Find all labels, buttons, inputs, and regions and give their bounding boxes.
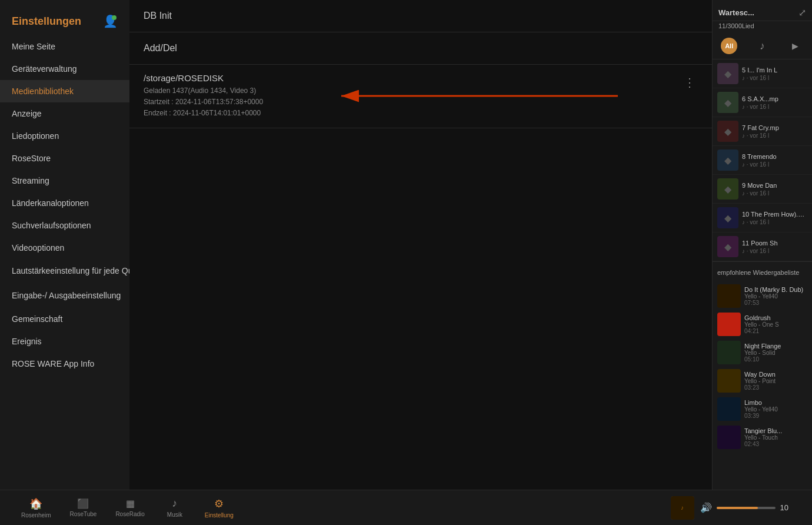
add-del-section[interactable]: Add/Del (129, 32, 712, 65)
rec-duration-2: 05:10 (744, 356, 807, 363)
nav-label-roseradio: RoseRadio (115, 511, 144, 517)
sidebar-item-eingabe-ausgabe[interactable]: Eingabe-/ Ausgabeeinstellung (0, 284, 129, 308)
volume-slider[interactable] (717, 507, 776, 509)
music-note-icon: ♪ (760, 40, 765, 52)
song-info-8: 8 Tremendo ♪ · vor 16 l (742, 153, 807, 168)
nav-item-rosenheim[interactable]: 🏠 Rosenheim (12, 494, 61, 522)
sidebar-item-medienbibliothek[interactable]: Medienbibliothek (0, 80, 129, 102)
rec-duration-5: 02:43 (744, 441, 807, 447)
sidebar-item-geraeteverwaltung[interactable]: Geräteverwaltung (0, 58, 129, 80)
sidebar-item-suchverlaufsoptionen[interactable]: Suchverlaufsoptionen (0, 214, 129, 237)
storage-item[interactable]: /storage/ROSEDISK Geladen 1437(Audio 143… (129, 65, 712, 128)
nav-item-roseradio[interactable]: ▦ RoseRadio (106, 494, 154, 521)
sidebar-item-streaming[interactable]: Streaming (0, 170, 129, 192)
queue-tab-music[interactable]: ♪ (746, 33, 778, 59)
rec-duration-0: 07:53 (744, 300, 807, 306)
volume-fill (717, 507, 758, 509)
song-title-7: 7 Fat Cry.mp (742, 124, 807, 131)
song-item-9[interactable]: ◆ 9 Move Dan ♪ · vor 16 l (713, 175, 812, 204)
song-info-11: 11 Poom Sh ♪ · vor 16 l (742, 240, 807, 254)
nav-item-rosetube[interactable]: ⬛ RoseTube (61, 494, 107, 521)
song-item-11[interactable]: ◆ 11 Poom Sh ♪ · vor 16 l (713, 232, 812, 261)
rec-info-5: Tangier Blu... Yello - Touch 02:43 (744, 427, 807, 447)
avatar: All (721, 38, 737, 54)
rec-thumb-1 (717, 313, 741, 336)
rec-duration-1: 04:21 (744, 328, 807, 334)
db-init-label: DB Init (144, 11, 172, 21)
sidebar-item-rose-ware-app-info[interactable]: ROSE WARE App Info (0, 353, 129, 375)
sidebar-item-videooptionen[interactable]: Videooptionen (0, 237, 129, 259)
musik-icon: ♪ (172, 497, 177, 510)
song-item-7[interactable]: ◆ 7 Fat Cry.mp ♪ · vor 16 l (713, 117, 812, 146)
song-meta-5: ♪ · vor 16 l (742, 75, 807, 81)
rec-info-1: Goldrush Yello - One S 04:21 (744, 314, 807, 334)
rec-item-3[interactable]: Way Down Yello - Point 03:23 (717, 367, 807, 395)
volume-control: 🔊 10 (700, 502, 788, 513)
song-title-11: 11 Poom Sh (742, 240, 807, 247)
rec-item-1[interactable]: Goldrush Yello - One S 04:21 (717, 310, 807, 338)
storage-menu-button[interactable]: ⋮ (681, 73, 698, 92)
sidebar-item-ereignis[interactable]: Ereignis (0, 330, 129, 353)
rec-title-1: Goldrush (744, 314, 807, 321)
rec-artist-2: Yello - Solid (744, 350, 807, 356)
rec-item-5[interactable]: Tangier Blu... Yello - Touch 02:43 (717, 423, 807, 451)
settings-title: Einstellungen (12, 15, 81, 28)
player-area: ♪ 🔊 10 (243, 496, 800, 520)
song-info-6: 6 S.A.X...mp ♪ · vor 16 l (742, 95, 807, 110)
song-list: ◆ 5 I... I'm In L ♪ · vor 16 l ◆ 6 S.A.X… (713, 59, 812, 490)
song-meta-11: ♪ · vor 16 l (742, 248, 807, 254)
song-title-6: 6 S.A.X...mp (742, 95, 807, 102)
song-item-5[interactable]: ◆ 5 I... I'm In L ♪ · vor 16 l (713, 59, 812, 88)
recommended-title: empfohlene Wiedergabeliste (717, 267, 807, 278)
einstellung-icon: ⚙ (214, 497, 224, 510)
sidebar-item-liedoptionen[interactable]: Liedoptionen (0, 125, 129, 147)
nav-item-musik[interactable]: ♪ Musik (154, 494, 195, 521)
song-item-10[interactable]: ◆ 10 The Prem How).mp3 ♪ · vor 16 l (713, 204, 812, 232)
sidebar-item-anzeige[interactable]: Anzeige (0, 102, 129, 125)
rec-thumb-3 (717, 369, 741, 393)
roseradio-icon: ▦ (126, 498, 135, 509)
home-icon: 🏠 (29, 497, 42, 510)
rec-info-3: Way Down Yello - Point 03:23 (744, 371, 807, 391)
video-icon: ▶ (792, 41, 798, 51)
song-info-7: 7 Fat Cry.mp ♪ · vor 16 l (742, 124, 807, 139)
online-indicator (112, 15, 117, 20)
bottom-bar: 🏠 Rosenheim ⬛ RoseTube ▦ RoseRadio ♪ Mus… (0, 490, 812, 525)
add-del-label: Add/Del (144, 43, 177, 53)
rosetube-icon: ⬛ (77, 498, 89, 509)
queue-count: 11/3000Lied (713, 21, 812, 33)
queue-title: Wartesc... (718, 8, 754, 17)
sidebar-item-meine-seite[interactable]: Meine Seite (0, 35, 129, 58)
rec-item-0[interactable]: Do It (Marky B. Dub) Yello - Yell40 07:5… (717, 282, 807, 310)
queue-expand-icon[interactable]: ⤢ (798, 7, 806, 18)
song-thumb-5: ◆ (717, 63, 738, 84)
song-info-10: 10 The Prem How).mp3 ♪ · vor 16 l (742, 211, 807, 225)
rec-title-2: Night Flange (744, 343, 807, 350)
nav-label-rosetube: RoseTube (70, 511, 97, 517)
rec-item-2[interactable]: Night Flange Yello - Solid 05:10 (717, 338, 807, 367)
right-panel: Wartesc... ⤢ 11/3000Lied All ♪ ▶ ◆ (712, 0, 812, 490)
sidebar-item-rosestore[interactable]: RoseStore (0, 147, 129, 170)
rec-info-0: Do It (Marky B. Dub) Yello - Yell40 07:5… (744, 286, 807, 306)
storage-path: /storage/ROSEDISK (144, 73, 681, 83)
sidebar-item-gemeinschaft[interactable]: Gemeinschaft (0, 308, 129, 330)
rec-item-4[interactable]: Limbo Yello - Yell40 03:39 (717, 395, 807, 423)
sidebar-item-laenderkanaloptionen[interactable]: Länderkanaloptionen (0, 192, 129, 214)
song-thumb-8: ◆ (717, 149, 738, 171)
db-init-section[interactable]: DB Init (129, 0, 712, 32)
song-meta-10: ♪ · vor 16 l (742, 219, 807, 225)
rec-artist-3: Yello - Point (744, 378, 807, 384)
queue-tabs: All ♪ ▶ (713, 33, 812, 59)
song-title-10: 10 The Prem How).mp3 (742, 211, 807, 218)
song-item-6[interactable]: ◆ 6 S.A.X...mp ♪ · vor 16 l (713, 88, 812, 117)
nav-item-einstellung[interactable]: ⚙ Einstellung (195, 494, 243, 522)
queue-tab-all[interactable]: All (713, 33, 746, 59)
queue-header: Wartesc... ⤢ (713, 0, 812, 21)
song-item-8[interactable]: ◆ 8 Tremendo ♪ · vor 16 l (713, 146, 812, 175)
rec-artist-1: Yello - One S (744, 321, 807, 328)
rec-artist-4: Yello - Yell40 (744, 406, 807, 413)
sidebar-item-lautstaerke[interactable]: Lautstärkeeinstellung für jede Quelle. (0, 259, 129, 284)
storage-arrow (335, 87, 630, 105)
queue-tab-video[interactable]: ▶ (779, 33, 812, 59)
rec-info-4: Limbo Yello - Yell40 03:39 (744, 399, 807, 419)
